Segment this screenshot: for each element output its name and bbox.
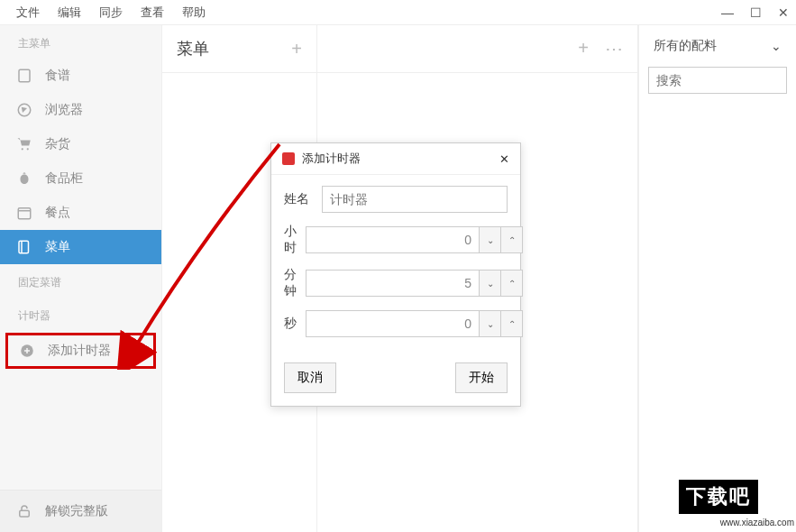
unlock-label: 解锁完整版 bbox=[45, 503, 108, 519]
minute-up-button[interactable]: ⌃ bbox=[501, 270, 523, 297]
menu-column-header: 菜单 + bbox=[162, 25, 316, 73]
second-down-button[interactable]: ⌄ bbox=[480, 310, 501, 337]
add-timer-dialog: 添加计时器 ✕ 姓名 小时 ⌄ ⌃ 分钟 ⌄ ⌃ 秒 bbox=[270, 142, 521, 407]
sidebar-item-label: 餐点 bbox=[45, 205, 70, 221]
chevron-down-icon: ⌄ bbox=[771, 39, 782, 53]
hour-up-button[interactable]: ⌃ bbox=[501, 226, 523, 253]
sidebar: 主菜单 食谱 浏览器 杂货 食品柜 餐点 菜单 固定菜谱 计时器 bbox=[0, 25, 162, 532]
cancel-button[interactable]: 取消 bbox=[284, 362, 336, 393]
svg-point-3 bbox=[22, 148, 23, 150]
minimize-icon[interactable]: — bbox=[721, 5, 734, 20]
sidebar-item-label: 菜单 bbox=[45, 239, 70, 255]
book-icon bbox=[16, 68, 32, 84]
annotation-highlight: 添加计时器 bbox=[5, 333, 156, 369]
start-button[interactable]: 开始 bbox=[455, 362, 508, 393]
add-item-icon[interactable]: + bbox=[578, 38, 589, 60]
sidebar-heading-timer: 计时器 bbox=[0, 298, 161, 331]
search-box[interactable] bbox=[648, 67, 787, 94]
menu-sync[interactable]: 同步 bbox=[90, 1, 132, 24]
sidebar-item-pantry[interactable]: 食品柜 bbox=[0, 161, 161, 196]
plus-circle-icon bbox=[19, 343, 35, 359]
dropdown-label: 所有的配料 bbox=[654, 38, 717, 54]
sidebar-item-browser[interactable]: 浏览器 bbox=[0, 93, 161, 127]
lock-icon bbox=[16, 503, 32, 519]
sidebar-item-label: 杂货 bbox=[45, 136, 70, 152]
cart-icon bbox=[16, 136, 32, 152]
sidebar-item-menu[interactable]: 菜单 bbox=[0, 230, 161, 264]
watermark: 下载吧 www.xiazaiba.com bbox=[677, 478, 794, 530]
timer-name-input[interactable] bbox=[322, 186, 508, 213]
ingredients-dropdown[interactable]: 所有的配料 ⌄ bbox=[639, 25, 796, 67]
watermark-text: 下载吧 bbox=[677, 478, 760, 516]
hour-down-button[interactable]: ⌄ bbox=[480, 226, 501, 253]
detail-column-header: + ⋯ bbox=[317, 25, 637, 73]
maximize-icon[interactable]: ☐ bbox=[750, 5, 762, 20]
sidebar-item-label: 食谱 bbox=[45, 68, 70, 84]
menu-file[interactable]: 文件 bbox=[7, 1, 49, 24]
app-icon bbox=[282, 152, 295, 165]
menu-icon bbox=[16, 239, 32, 255]
second-up-button[interactable]: ⌃ bbox=[501, 310, 523, 337]
menubar: 文件 编辑 同步 查看 帮助 — ☐ ✕ bbox=[0, 0, 796, 25]
search-input[interactable] bbox=[656, 73, 779, 87]
menu-help[interactable]: 帮助 bbox=[173, 1, 215, 24]
svg-rect-0 bbox=[19, 69, 30, 82]
close-icon[interactable]: ✕ bbox=[778, 5, 789, 20]
right-panel: 所有的配料 ⌄ bbox=[638, 25, 796, 532]
sidebar-item-meals[interactable]: 餐点 bbox=[0, 196, 161, 230]
sidebar-item-label: 食品柜 bbox=[45, 170, 83, 187]
minute-down-button[interactable]: ⌄ bbox=[480, 270, 501, 297]
svg-rect-5 bbox=[18, 208, 31, 219]
name-label: 姓名 bbox=[284, 191, 313, 207]
minute-label: 分钟 bbox=[284, 267, 297, 299]
hour-label: 小时 bbox=[284, 224, 297, 256]
compass-icon bbox=[16, 102, 32, 118]
second-input[interactable] bbox=[306, 310, 480, 337]
window-controls: — ☐ ✕ bbox=[721, 0, 789, 25]
dialog-close-icon[interactable]: ✕ bbox=[499, 152, 509, 166]
calendar-icon bbox=[16, 205, 32, 221]
minute-input[interactable] bbox=[306, 270, 480, 297]
svg-marker-2 bbox=[23, 108, 26, 112]
svg-point-4 bbox=[27, 148, 29, 150]
unlock-button[interactable]: 解锁完整版 bbox=[0, 490, 161, 532]
sidebar-item-add-timer[interactable]: 添加计时器 bbox=[8, 335, 153, 366]
sidebar-item-recipes[interactable]: 食谱 bbox=[0, 59, 161, 93]
sidebar-item-grocery[interactable]: 杂货 bbox=[0, 127, 161, 161]
more-icon[interactable]: ⋯ bbox=[605, 38, 623, 60]
sidebar-item-label: 浏览器 bbox=[45, 102, 83, 118]
menu-column-title: 菜单 bbox=[177, 38, 209, 60]
hour-input[interactable] bbox=[306, 226, 480, 253]
dialog-title-text: 添加计时器 bbox=[302, 151, 361, 167]
sidebar-heading-main: 主菜单 bbox=[0, 25, 161, 59]
svg-rect-7 bbox=[19, 241, 29, 253]
sidebar-item-label: 添加计时器 bbox=[48, 343, 111, 359]
sidebar-heading-fixed: 固定菜谱 bbox=[0, 264, 161, 298]
menu-edit[interactable]: 编辑 bbox=[49, 1, 90, 24]
menu-view[interactable]: 查看 bbox=[132, 1, 173, 24]
add-menu-icon[interactable]: + bbox=[291, 39, 302, 60]
svg-rect-10 bbox=[20, 510, 30, 517]
watermark-url: www.xiazaiba.com bbox=[677, 518, 794, 527]
apple-icon bbox=[16, 170, 32, 187]
second-label: 秒 bbox=[284, 316, 297, 332]
